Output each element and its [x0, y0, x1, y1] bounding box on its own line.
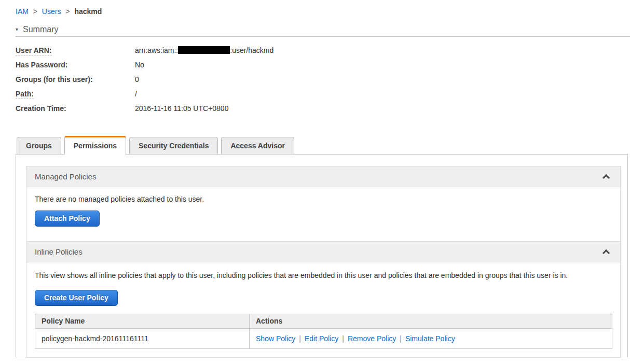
summary-row-has-password: Has Password: No: [16, 58, 630, 72]
inline-policies-title: Inline Policies: [35, 247, 83, 256]
breadcrumb-link-users[interactable]: Users: [42, 7, 61, 16]
inline-policies-header: Inline Policies: [26, 242, 620, 262]
managed-policies-header: Managed Policies: [26, 166, 620, 187]
collapse-triangle-icon[interactable]: ▾: [16, 25, 18, 34]
creation-time-value: 2016-11-16 11:05 UTC+0800: [135, 104, 228, 113]
actions-column-header: Actions: [250, 314, 612, 329]
table-row: policygen-hackmd-201611161111 Show Polic…: [35, 329, 612, 349]
simulate-policy-link[interactable]: Simulate Policy: [405, 334, 455, 343]
chevron-up-icon[interactable]: [602, 174, 610, 181]
managed-policies-title: Managed Policies: [35, 172, 96, 181]
redacted-account-id: [178, 46, 230, 54]
action-separator: |: [342, 334, 344, 343]
policy-actions-cell: Show Policy|Edit Policy|Remove Policy|Si…: [250, 329, 612, 349]
tab-permissions[interactable]: Permissions: [64, 136, 126, 155]
groups-count-label: Groups (for this user):: [16, 75, 135, 83]
summary-row-creation-time: Creation Time: 2016-11-16 11:05 UTC+0800: [16, 101, 630, 116]
user-arn-label: User ARN:: [16, 46, 135, 54]
inline-policies-table: Policy Name Actions policygen-hackmd-201…: [35, 314, 612, 349]
summary-row-path: Path: /: [16, 87, 630, 101]
summary-divider: [16, 36, 630, 37]
summary-row-user-arn: User ARN: arn:aws:iam:::user/hackmd: [16, 43, 630, 58]
summary-fields: User ARN: arn:aws:iam:::user/hackmd Has …: [16, 43, 630, 116]
show-policy-link[interactable]: Show Policy: [256, 334, 295, 343]
edit-policy-link[interactable]: Edit Policy: [305, 334, 338, 343]
table-header-row: Policy Name Actions: [35, 314, 612, 329]
chevron-up-icon[interactable]: [602, 249, 610, 257]
managed-policies-body: There are no managed policies attached t…: [26, 187, 620, 241]
breadcrumb: IAM > Users > hackmd: [16, 7, 630, 16]
user-detail-tabs: Groups Permissions Security Credentials …: [17, 136, 630, 154]
policy-name-cell: policygen-hackmd-201611161111: [35, 329, 250, 349]
breadcrumb-current-user: hackmd: [74, 7, 102, 16]
breadcrumb-link-iam[interactable]: IAM: [16, 7, 29, 16]
action-separator: |: [299, 334, 301, 343]
managed-policies-empty-text: There are no managed policies attached t…: [35, 195, 612, 204]
path-value: /: [135, 90, 137, 98]
create-user-policy-button[interactable]: Create User Policy: [35, 290, 118, 306]
inline-policies-section: Inline Policies This view shows all inli…: [26, 241, 621, 358]
inline-policies-description: This view shows all inline policies that…: [35, 271, 612, 280]
permissions-tab-panel: Managed Policies There are no managed po…: [16, 154, 628, 357]
has-password-value: No: [135, 61, 144, 69]
summary-title: Summary: [23, 25, 58, 34]
path-label: Path:: [16, 90, 135, 98]
inline-policies-body: This view shows all inline policies that…: [26, 262, 620, 357]
tab-security-credentials[interactable]: Security Credentials: [129, 137, 218, 154]
tab-access-advisor[interactable]: Access Advisor: [221, 137, 294, 154]
has-password-label: Has Password:: [16, 61, 135, 69]
remove-policy-link[interactable]: Remove Policy: [348, 334, 396, 343]
summary-row-groups: Groups (for this user): 0: [16, 72, 630, 87]
tab-groups[interactable]: Groups: [17, 137, 61, 154]
breadcrumb-separator: >: [33, 7, 37, 16]
creation-time-label: Creation Time:: [16, 104, 135, 113]
managed-policies-section: Managed Policies There are no managed po…: [26, 166, 621, 242]
summary-section-header[interactable]: ▾ Summary: [16, 25, 630, 34]
iam-user-detail-page: IAM > Users > hackmd ▾ Summary User ARN:…: [0, 0, 630, 357]
attach-policy-button[interactable]: Attach Policy: [35, 211, 100, 227]
groups-count-value: 0: [135, 75, 139, 83]
action-separator: |: [400, 334, 402, 343]
breadcrumb-separator: >: [65, 7, 70, 16]
user-arn-value: arn:aws:iam:::user/hackmd: [135, 46, 273, 54]
policy-name-column-header: Policy Name: [35, 314, 250, 329]
